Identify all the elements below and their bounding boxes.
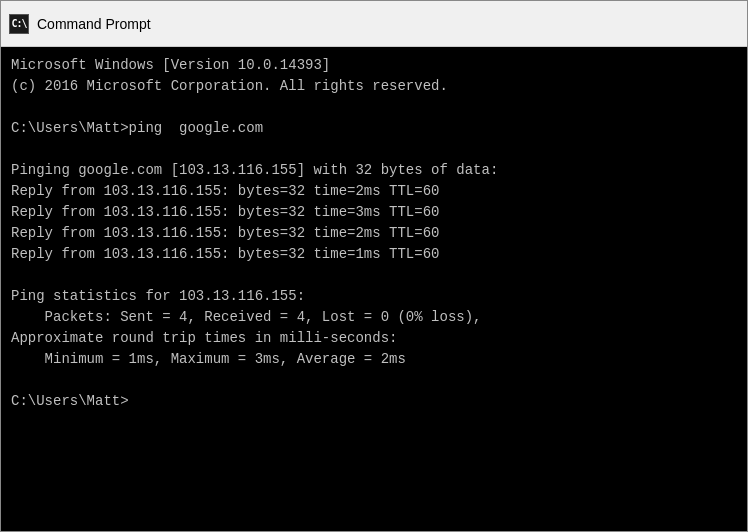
terminal-area[interactable]: Microsoft Windows [Version 10.0.14393] (… [1,47,747,531]
title-bar-text: Command Prompt [37,16,151,32]
cmd-icon: C:\ [9,14,29,34]
command-prompt-window: C:\ Command Prompt Microsoft Windows [Ve… [0,0,748,532]
terminal-output: Microsoft Windows [Version 10.0.14393] (… [11,55,737,412]
title-bar: C:\ Command Prompt [1,1,747,47]
